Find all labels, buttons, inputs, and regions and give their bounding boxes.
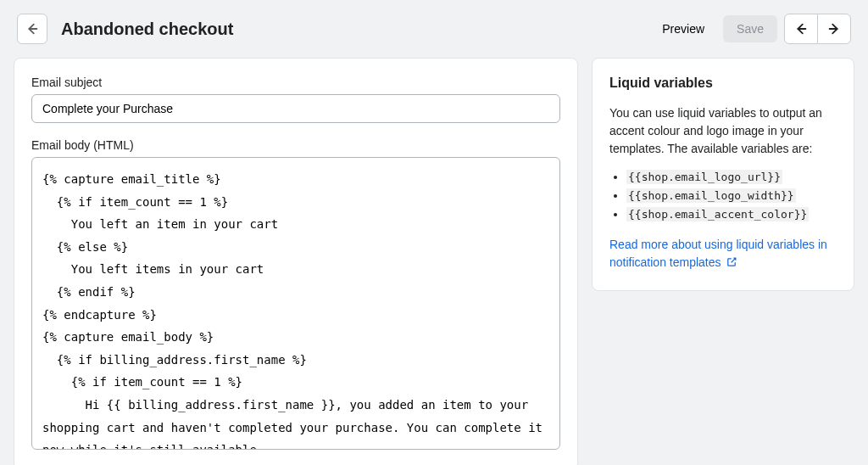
variables-list: {{shop.email_logo_url}} {{shop.email_log… [609, 170, 837, 221]
header-actions: Preview Save [650, 14, 851, 44]
link-text: Read more about using liquid variables i… [609, 238, 827, 269]
back-button[interactable] [17, 14, 47, 44]
sidebar-title: Liquid variables [609, 76, 837, 91]
page-title: Abandoned checkout [61, 20, 637, 39]
variable-code: {{shop.email_logo_width}} [626, 188, 796, 203]
pagination-group [784, 14, 851, 44]
variable-code: {{shop.email_accent_color}} [626, 207, 809, 221]
list-item: {{shop.email_logo_url}} [626, 170, 837, 183]
preview-button[interactable]: Preview [650, 15, 716, 42]
liquid-variables-card: Liquid variables You can use liquid vari… [592, 58, 854, 291]
save-button: Save [723, 15, 777, 42]
variable-code: {{shop.email_logo_url}} [626, 170, 782, 184]
list-item: {{shop.email_accent_color}} [626, 207, 837, 221]
next-button[interactable] [817, 14, 851, 44]
editor-card: Email subject Email body (HTML) [14, 58, 578, 465]
page-header: Abandoned checkout Preview Save [0, 0, 868, 58]
learn-more-link[interactable]: Read more about using liquid variables i… [609, 238, 827, 269]
arrow-left-icon [793, 21, 809, 36]
subject-input[interactable] [31, 94, 560, 123]
arrow-left-icon [25, 21, 40, 36]
arrow-right-icon [826, 21, 842, 36]
external-link-icon [726, 255, 737, 273]
body-label: Email body (HTML) [31, 138, 560, 152]
sidebar-description: You can use liquid variables to output a… [609, 104, 837, 158]
prev-button[interactable] [784, 14, 818, 44]
body-textarea[interactable] [31, 157, 560, 450]
list-item: {{shop.email_logo_width}} [626, 188, 837, 202]
content-layout: Email subject Email body (HTML) Liquid v… [0, 58, 868, 465]
subject-label: Email subject [31, 76, 560, 89]
